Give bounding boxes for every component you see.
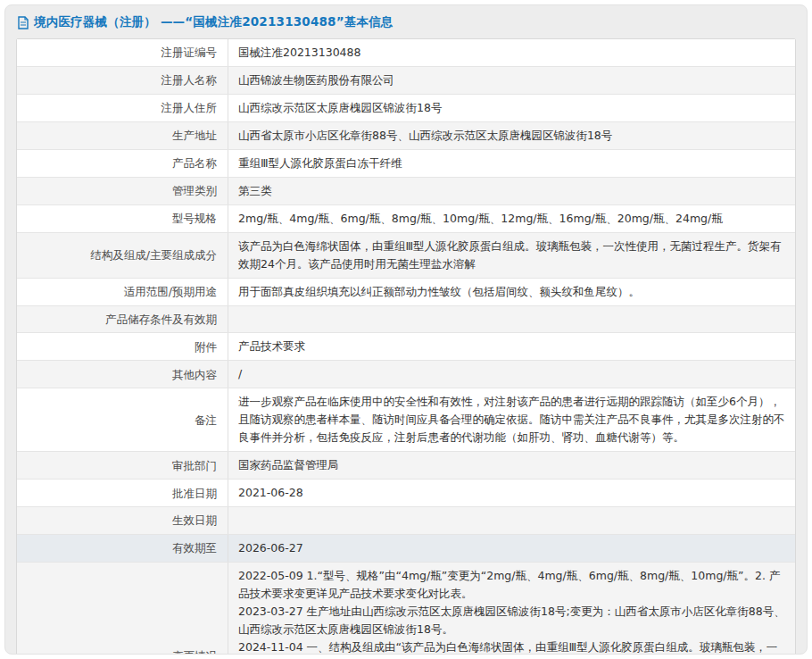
row-value: 山西省太原市小店区化章街88号、山西综改示范区太原唐槐园区锦波街18号 [228, 122, 795, 149]
row-value: 山西锦波生物医药股份有限公司 [228, 67, 795, 94]
row-value-text: 山西综改示范区太原唐槐园区锦波街18号 [238, 101, 442, 114]
row-label-text: 注册人住所 [162, 99, 218, 116]
change-history-paragraph: 2024-11-04 一、结构及组成由“该产品为白色海绵状固体，由重组Ⅲ型人源化… [238, 638, 786, 655]
row-label-text: 备注 [195, 412, 217, 429]
row-label-text: 有效期至 [172, 539, 217, 556]
row-label-text: 型号规格 [172, 210, 217, 227]
table-row: 批准日期2021-06-28 [17, 479, 795, 506]
row-value: 2026-06-27 [228, 535, 795, 562]
row-value: 用于面部真皮组织填充以纠正额部动力性皱纹（包括眉间纹、额头纹和鱼尾纹）。 [228, 279, 795, 305]
row-label: 审批部门 [17, 452, 228, 479]
table-row: 其他内容/ [17, 360, 795, 388]
table-row: 型号规格2mg/瓶、4mg/瓶、6mg/瓶、8mg/瓶、10mg/瓶、12mg/… [17, 204, 795, 232]
row-label-text: 审批部门 [172, 457, 217, 474]
table-row: 有效期至2026-06-27 [17, 534, 795, 562]
row-value: 进一步观察产品在临床使用中的安全性和有效性，对注射该产品的患者进行远期的跟踪随访… [228, 388, 795, 451]
row-value-text: 第三类 [238, 184, 272, 197]
row-value-text: 进一步观察产品在临床使用中的安全性和有效性，对注射该产品的患者进行远期的跟踪随访… [238, 395, 785, 444]
row-label-text: 管理类别 [172, 182, 217, 199]
row-value: 重组Ⅲ型人源化胶原蛋白冻干纤维 [228, 150, 795, 177]
row-label: 批准日期 [17, 480, 228, 506]
row-label: 注册人名称 [17, 67, 228, 94]
row-label-text: 批准日期 [172, 485, 217, 502]
row-label: 注册人住所 [17, 95, 228, 121]
row-value-text: / [238, 367, 242, 380]
row-value [228, 507, 795, 533]
table-row: 审批部门国家药品监督管理局 [17, 451, 795, 479]
table-row: 产品名称重组Ⅲ型人源化胶原蛋白冻干纤维 [17, 149, 795, 177]
row-label: 注册证编号 [17, 39, 228, 66]
row-value: 国械注准20213130488 [228, 39, 795, 66]
row-value: / [228, 361, 795, 388]
page-background: 境内医疗器械（注册） ——“国械注准20213130488”基本信息 注册证编号… [4, 4, 808, 655]
row-label-text: 注册人名称 [162, 71, 218, 88]
table-row: 变更情况2022-05-09 1.“型号、规格”由“4mg/瓶”变更为“2mg/… [17, 562, 795, 655]
row-label: 变更情况 [17, 563, 228, 655]
table-row: 注册人住所山西综改示范区太原唐槐园区锦波街18号 [17, 94, 795, 121]
row-label: 生效日期 [17, 507, 228, 533]
row-label-text: 结构及组成/主要组成成分 [90, 246, 217, 263]
row-value: 第三类 [228, 178, 795, 204]
table-row: 生产地址山西省太原市小店区化章街88号、山西综改示范区太原唐槐园区锦波街18号 [17, 121, 795, 149]
change-history-paragraph: 2022-05-09 1.“型号、规格”由“4mg/瓶”变更为“2mg/瓶、4m… [238, 567, 786, 603]
row-label-text: 生产地址 [172, 127, 217, 144]
row-label: 适用范围/预期用途 [17, 279, 228, 305]
row-label: 生产地址 [17, 122, 228, 149]
row-value: 产品技术要求 [228, 333, 795, 360]
row-label-text: 变更情况 [172, 647, 217, 655]
row-value-text: 该产品为白色海绵状固体，由重组Ⅲ型人源化胶原蛋白组成。玻璃瓶包装，一次性使用，无… [238, 239, 782, 271]
row-value-text: 国家药品监督管理局 [238, 458, 339, 471]
row-value: 山西综改示范区太原唐槐园区锦波街18号 [228, 95, 795, 121]
table-row: 适用范围/预期用途用于面部真皮组织填充以纠正额部动力性皱纹（包括眉间纹、额头纹和… [17, 278, 795, 305]
table-row: 产品储存条件及有效期 [17, 305, 795, 332]
table-row: 生效日期 [17, 506, 795, 533]
row-label: 产品储存条件及有效期 [17, 306, 228, 332]
row-value [228, 306, 795, 332]
row-value-text: 2mg/瓶、4mg/瓶、6mg/瓶、8mg/瓶、10mg/瓶、12mg/瓶、16… [238, 212, 723, 225]
row-value-text: 产品技术要求 [238, 339, 305, 353]
table-row: 注册人名称山西锦波生物医药股份有限公司 [17, 66, 795, 94]
row-value-text: 山西锦波生物医药股份有限公司 [238, 73, 394, 87]
table-row: 附件产品技术要求 [17, 332, 795, 360]
row-value: 国家药品监督管理局 [228, 452, 795, 479]
row-label: 备注 [17, 388, 228, 451]
page-header: 境内医疗器械（注册） ——“国械注准20213130488”基本信息 [5, 5, 807, 38]
row-label-text: 附件 [195, 338, 217, 355]
row-value: 该产品为白色海绵状固体，由重组Ⅲ型人源化胶原蛋白组成。玻璃瓶包装，一次性使用，无… [228, 233, 795, 278]
row-value-text: 用于面部真皮组织填充以纠正额部动力性皱纹（包括眉间纹、额头纹和鱼尾纹）。 [238, 285, 640, 298]
row-label-text: 注册证编号 [162, 44, 218, 61]
row-label: 结构及组成/主要组成成分 [17, 233, 228, 278]
document-icon [17, 16, 29, 29]
row-value-text: 2021-06-28 [238, 486, 303, 499]
table-row: 注册证编号国械注准20213130488 [17, 39, 795, 66]
row-label-text: 产品储存条件及有效期 [105, 311, 217, 328]
page-title: 境内医疗器械（注册） ——“国械注准20213130488”基本信息 [34, 14, 394, 30]
row-label-text: 产品名称 [172, 154, 217, 171]
row-value-text: 山西省太原市小店区化章街88号、山西综改示范区太原唐槐园区锦波街18号 [238, 129, 612, 142]
row-value-text: 国械注准20213130488 [238, 46, 360, 59]
table-row: 备注进一步观察产品在临床使用中的安全性和有效性，对注射该产品的患者进行远期的跟踪… [17, 388, 795, 451]
row-value-text: 重组Ⅲ型人源化胶原蛋白冻干纤维 [238, 156, 402, 170]
row-label-text: 适用范围/预期用途 [124, 283, 217, 300]
row-label: 型号规格 [17, 205, 228, 232]
row-label: 附件 [17, 333, 228, 360]
change-history-paragraph: 2023-03-27 生产地址由山西综改示范区太原唐槐园区锦波街18号;变更为：… [238, 603, 786, 638]
table-row: 管理类别第三类 [17, 177, 795, 204]
row-label: 有效期至 [17, 535, 228, 562]
row-value: 2022-05-09 1.“型号、规格”由“4mg/瓶”变更为“2mg/瓶、4m… [228, 563, 795, 655]
row-label: 产品名称 [17, 150, 228, 177]
row-label: 其他内容 [17, 361, 228, 388]
row-label: 管理类别 [17, 178, 228, 204]
row-value-text: 2026-06-27 [238, 541, 303, 555]
row-value: 2mg/瓶、4mg/瓶、6mg/瓶、8mg/瓶、10mg/瓶、12mg/瓶、16… [228, 205, 795, 232]
row-value: 2021-06-28 [228, 480, 795, 506]
registration-info-table: 注册证编号国械注准20213130488注册人名称山西锦波生物医药股份有限公司注… [16, 38, 796, 655]
row-label-text: 生效日期 [172, 512, 217, 529]
row-label-text: 其他内容 [172, 366, 217, 383]
table-row: 结构及组成/主要组成成分该产品为白色海绵状固体，由重组Ⅲ型人源化胶原蛋白组成。玻… [17, 232, 795, 278]
